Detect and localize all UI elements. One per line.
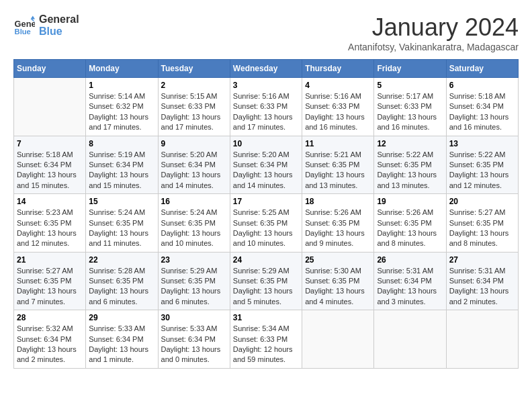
day-cell: 4Sunrise: 5:16 AMSunset: 6:33 PMDaylight…: [302, 78, 374, 136]
day-cell: [446, 310, 518, 369]
day-cell: 19Sunrise: 5:26 AMSunset: 6:35 PMDayligh…: [374, 194, 446, 253]
day-info: Sunrise: 5:26 AMSunset: 6:35 PMDaylight:…: [305, 208, 371, 249]
day-info: Sunrise: 5:26 AMSunset: 6:35 PMDaylight:…: [377, 208, 443, 249]
day-number: 26: [377, 255, 443, 265]
week-row-1: 1Sunrise: 5:14 AMSunset: 6:32 PMDaylight…: [14, 78, 519, 136]
header-cell-saturday: Saturday: [446, 60, 518, 78]
day-number: 23: [161, 255, 227, 265]
title-area: January 2024 Antanifotsy, Vakinankaratra…: [348, 13, 519, 52]
day-info: Sunrise: 5:21 AMSunset: 6:35 PMDaylight:…: [305, 150, 371, 191]
day-cell: 11Sunrise: 5:21 AMSunset: 6:35 PMDayligh…: [302, 136, 374, 194]
day-info: Sunrise: 5:17 AMSunset: 6:33 PMDaylight:…: [377, 91, 443, 133]
logo: General Blue General Blue: [13, 13, 79, 37]
header-cell-wednesday: Wednesday: [230, 60, 302, 78]
header-cell-sunday: Sunday: [14, 60, 86, 78]
day-cell: 18Sunrise: 5:26 AMSunset: 6:35 PMDayligh…: [302, 194, 374, 253]
day-info: Sunrise: 5:22 AMSunset: 6:35 PMDaylight:…: [377, 150, 443, 191]
day-cell: [302, 310, 374, 369]
day-cell: 13Sunrise: 5:22 AMSunset: 6:35 PMDayligh…: [446, 136, 518, 194]
header-cell-monday: Monday: [86, 60, 158, 78]
day-info: Sunrise: 5:30 AMSunset: 6:35 PMDaylight:…: [305, 266, 371, 308]
day-cell: 2Sunrise: 5:15 AMSunset: 6:33 PMDaylight…: [158, 78, 230, 136]
day-info: Sunrise: 5:28 AMSunset: 6:35 PMDaylight:…: [89, 266, 154, 308]
day-cell: 7Sunrise: 5:18 AMSunset: 6:34 PMDaylight…: [14, 136, 86, 194]
day-cell: 5Sunrise: 5:17 AMSunset: 6:33 PMDaylight…: [374, 78, 446, 136]
day-number: 11: [305, 139, 371, 148]
calendar-table: SundayMondayTuesdayWednesdayThursdayFrid…: [13, 59, 519, 369]
day-cell: 30Sunrise: 5:33 AMSunset: 6:34 PMDayligh…: [158, 310, 230, 369]
day-info: Sunrise: 5:27 AMSunset: 6:35 PMDaylight:…: [17, 266, 83, 308]
day-number: 3: [233, 81, 299, 90]
day-cell: 24Sunrise: 5:29 AMSunset: 6:35 PMDayligh…: [230, 252, 302, 310]
day-cell: [374, 310, 446, 369]
week-row-3: 14Sunrise: 5:23 AMSunset: 6:35 PMDayligh…: [14, 194, 519, 253]
day-number: 29: [89, 313, 154, 322]
day-cell: 17Sunrise: 5:25 AMSunset: 6:35 PMDayligh…: [230, 194, 302, 253]
day-cell: 26Sunrise: 5:31 AMSunset: 6:34 PMDayligh…: [374, 252, 446, 310]
week-row-5: 28Sunrise: 5:32 AMSunset: 6:34 PMDayligh…: [14, 310, 519, 369]
day-number: 12: [377, 139, 443, 148]
day-cell: 16Sunrise: 5:24 AMSunset: 6:35 PMDayligh…: [158, 194, 230, 253]
day-cell: 6Sunrise: 5:18 AMSunset: 6:34 PMDaylight…: [446, 78, 518, 136]
svg-marker-2: [31, 15, 35, 19]
day-info: Sunrise: 5:32 AMSunset: 6:34 PMDaylight:…: [17, 324, 83, 365]
logo-icon: General Blue: [13, 15, 35, 36]
day-number: 28: [17, 313, 83, 322]
day-info: Sunrise: 5:24 AMSunset: 6:35 PMDaylight:…: [161, 208, 227, 249]
day-cell: 9Sunrise: 5:20 AMSunset: 6:34 PMDaylight…: [158, 136, 230, 194]
day-info: Sunrise: 5:19 AMSunset: 6:34 PMDaylight:…: [89, 150, 154, 191]
day-number: 5: [377, 81, 443, 90]
day-number: 14: [17, 197, 83, 206]
day-number: 24: [233, 255, 299, 265]
day-cell: 25Sunrise: 5:30 AMSunset: 6:35 PMDayligh…: [302, 252, 374, 310]
day-info: Sunrise: 5:29 AMSunset: 6:35 PMDaylight:…: [161, 266, 227, 308]
day-number: 15: [89, 197, 154, 206]
day-info: Sunrise: 5:16 AMSunset: 6:33 PMDaylight:…: [305, 91, 371, 133]
day-info: Sunrise: 5:18 AMSunset: 6:34 PMDaylight:…: [449, 91, 515, 133]
header-cell-tuesday: Tuesday: [158, 60, 230, 78]
day-info: Sunrise: 5:33 AMSunset: 6:34 PMDaylight:…: [89, 324, 154, 365]
day-number: 25: [305, 255, 371, 265]
day-cell: 21Sunrise: 5:27 AMSunset: 6:35 PMDayligh…: [14, 252, 86, 310]
day-cell: 23Sunrise: 5:29 AMSunset: 6:35 PMDayligh…: [158, 252, 230, 310]
header: General Blue General Blue January 2024 A…: [13, 13, 519, 52]
day-number: 6: [449, 81, 515, 90]
day-number: 31: [233, 313, 299, 322]
day-info: Sunrise: 5:15 AMSunset: 6:33 PMDaylight:…: [161, 91, 227, 133]
day-number: 7: [17, 139, 83, 148]
day-number: 1: [89, 81, 154, 90]
location-subtitle: Antanifotsy, Vakinankaratra, Madagascar: [348, 42, 519, 52]
month-title: January 2024: [348, 13, 519, 42]
day-number: 19: [377, 197, 443, 206]
day-cell: 3Sunrise: 5:16 AMSunset: 6:33 PMDaylight…: [230, 78, 302, 136]
day-cell: 12Sunrise: 5:22 AMSunset: 6:35 PMDayligh…: [374, 136, 446, 194]
day-info: Sunrise: 5:25 AMSunset: 6:35 PMDaylight:…: [233, 208, 299, 249]
day-info: Sunrise: 5:18 AMSunset: 6:34 PMDaylight:…: [17, 150, 83, 191]
day-cell: 28Sunrise: 5:32 AMSunset: 6:34 PMDayligh…: [14, 310, 86, 369]
day-cell: 14Sunrise: 5:23 AMSunset: 6:35 PMDayligh…: [14, 194, 86, 253]
svg-text:Blue: Blue: [15, 27, 31, 35]
header-cell-thursday: Thursday: [302, 60, 374, 78]
day-info: Sunrise: 5:20 AMSunset: 6:34 PMDaylight:…: [233, 150, 299, 191]
day-cell: 27Sunrise: 5:31 AMSunset: 6:34 PMDayligh…: [446, 252, 518, 310]
day-number: 2: [161, 81, 227, 90]
day-info: Sunrise: 5:29 AMSunset: 6:35 PMDaylight:…: [233, 266, 299, 308]
day-info: Sunrise: 5:31 AMSunset: 6:34 PMDaylight:…: [377, 266, 443, 308]
day-number: 30: [161, 313, 227, 322]
day-number: 4: [305, 81, 371, 90]
logo-line2: Blue: [39, 26, 79, 38]
day-info: Sunrise: 5:23 AMSunset: 6:35 PMDaylight:…: [17, 208, 83, 249]
day-info: Sunrise: 5:31 AMSunset: 6:34 PMDaylight:…: [449, 266, 515, 308]
day-cell: 1Sunrise: 5:14 AMSunset: 6:32 PMDaylight…: [86, 78, 158, 136]
day-info: Sunrise: 5:14 AMSunset: 6:32 PMDaylight:…: [89, 91, 154, 133]
day-cell: 10Sunrise: 5:20 AMSunset: 6:34 PMDayligh…: [230, 136, 302, 194]
day-cell: 8Sunrise: 5:19 AMSunset: 6:34 PMDaylight…: [86, 136, 158, 194]
day-number: 10: [233, 139, 299, 148]
day-number: 13: [449, 139, 515, 148]
day-cell: 31Sunrise: 5:34 AMSunset: 6:33 PMDayligh…: [230, 310, 302, 369]
day-info: Sunrise: 5:34 AMSunset: 6:33 PMDaylight:…: [233, 324, 299, 365]
day-info: Sunrise: 5:24 AMSunset: 6:35 PMDaylight:…: [89, 208, 154, 249]
day-number: 8: [89, 139, 154, 148]
day-number: 20: [449, 197, 515, 206]
day-cell: [14, 78, 86, 136]
